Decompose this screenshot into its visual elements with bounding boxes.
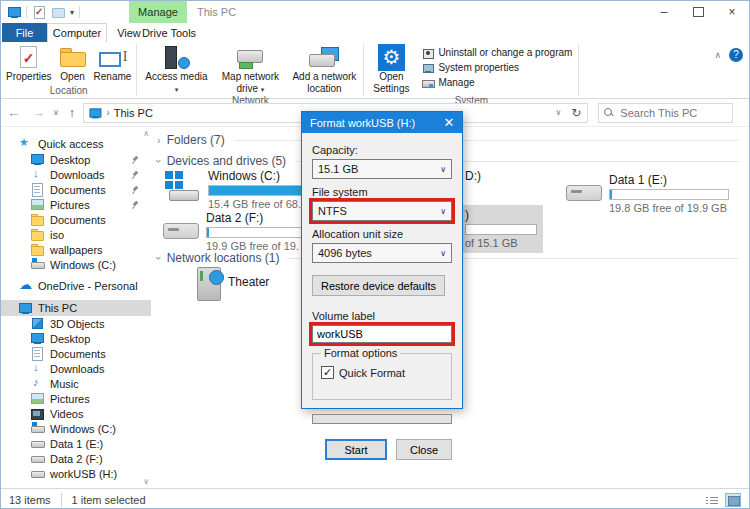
ribbon-button[interactable]: Map network drive ▾ [213,43,287,95]
item-label: 3D Objects [50,318,104,330]
sidebar-item-quick-access[interactable]: Quick access [1,136,151,152]
item-icon [31,347,44,360]
up-button[interactable]: ↑ [61,105,84,120]
sidebar-item[interactable]: Desktop [1,152,151,167]
sidebar-item[interactable]: Documents [1,212,151,227]
ribbon-button-icon [309,44,339,71]
search-box[interactable] [598,103,733,123]
drive-tile-workusb-selected[interactable]: ) of 15.1 GB [459,205,543,253]
sidebar-item[interactable]: Windows (C:) [1,257,151,272]
large-icons-view-icon[interactable] [725,493,741,507]
drive-icon [566,185,602,201]
customize-toolbar-dropdown-icon[interactable]: ▾ [70,8,74,17]
close-button[interactable]: Close [396,439,452,460]
ribbon-menu-item[interactable]: Manage [422,76,572,89]
sidebar-item[interactable]: Documents [1,346,151,361]
scroll-up-icon[interactable]: ∧ [143,129,149,138]
back-button[interactable]: ← [1,105,26,120]
ribbon-button-icon [97,44,127,71]
ribbon-menu-item[interactable]: Uninstall or change a program [422,46,572,59]
ribbon-item-icon [422,47,434,59]
item-label: workUSB (H:) [50,468,117,480]
checkbox-checked-icon[interactable]: ✓ [321,366,334,379]
drive-tile-data2-f[interactable]: Data 2 (F:) 19.9 GB free of 19. [163,211,301,252]
network-location-tile-theater[interactable]: Theater [197,267,269,301]
new-folder-icon[interactable] [51,5,65,19]
tab-file[interactable]: File [2,23,47,42]
chevron-right-icon[interactable]: › [157,134,161,146]
chevron-down-icon[interactable]: › [153,159,165,163]
breadcrumb-item[interactable]: This PC [114,107,153,119]
item-label: Windows (C:) [50,423,116,435]
sidebar-item[interactable]: Data 2 (F:) [1,451,151,466]
restore-defaults-button[interactable]: Restore device defaults [312,275,445,296]
ribbon-button[interactable]: Rename [91,43,135,84]
format-dialog: Format workUSB (H:) ✕ Capacity: 15.1 GB … [301,111,463,409]
drive-icon [163,223,199,239]
details-view-icon[interactable] [703,493,719,507]
sidebar-item[interactable]: 3D Objects [1,316,151,331]
forward-button[interactable]: → [26,105,51,120]
filesystem-select[interactable]: NTFS ∨ [312,201,452,221]
sidebar-item[interactable]: Downloads [1,167,151,182]
address-dropdown-icon[interactable]: ∨ [553,108,563,117]
sidebar-item[interactable]: Pictures [1,391,151,406]
maximize-button[interactable] [681,1,715,23]
sidebar-item[interactable]: Videos [1,406,151,421]
sidebar-item[interactable]: Music [1,376,151,391]
sidebar-item[interactable]: Downloads [1,361,151,376]
item-label: Downloads [50,363,104,375]
ribbon-button[interactable]: Add a network location [287,43,361,95]
manage-contextual-tab[interactable]: Manage [129,1,187,23]
filesystem-label: File system [312,186,452,198]
search-input[interactable] [618,106,727,120]
drive-tile-data1-e[interactable]: Data 1 (E:) 19.8 GB free of 19.9 GB [566,173,739,214]
breadcrumb-chevron-icon: › [106,107,109,118]
sidebar-item[interactable]: workUSB (H:) [1,466,151,481]
start-button[interactable]: Start [325,439,387,460]
sidebar-item[interactable]: Desktop [1,331,151,346]
item-icon [31,153,44,166]
sidebar-item[interactable]: wallpapers [1,242,151,257]
sidebar-item[interactable]: Documents [1,182,151,197]
capacity-select[interactable]: 15.1 GB ∨ [312,159,452,179]
tab-drive-tools[interactable]: Drive Tools [141,23,197,42]
ribbon-button-label: Open [60,71,84,83]
minimize-button[interactable]: – [647,1,681,23]
drive-detail: 15.4 GB free of 68. [208,198,301,210]
ribbon-button[interactable]: Open [55,43,91,84]
scroll-down-icon[interactable]: ∨ [143,477,149,486]
refresh-icon[interactable]: ↻ [571,106,581,120]
allocation-unit-select[interactable]: 4096 bytes ∨ [312,243,452,263]
status-bar: 13 items 1 item selected [1,488,749,509]
dialog-title: Format workUSB (H:) [310,117,415,129]
drive-name-fragment-d[interactable]: D:) [465,169,481,183]
dialog-titlebar: Format workUSB (H:) ✕ [302,112,462,133]
filesystem-value: NTFS [318,205,347,217]
ribbon-menu-item[interactable]: System properties [422,61,572,74]
sidebar-item[interactable]: Pictures [1,197,151,212]
sidebar-item[interactable]: Data 1 (E:) [1,436,151,451]
sidebar-item[interactable]: Windows (C:) [1,421,151,436]
properties-icon[interactable] [32,5,46,19]
sidebar-item-onedrive[interactable]: OneDrive - Personal [1,278,151,294]
item-label: Documents [50,214,106,226]
sidebar-item-this-pc[interactable]: This PC [1,300,151,316]
drive-tile-windows-c[interactable]: Windows (C:) 15.4 GB free of 68. [163,169,301,210]
open-settings-button[interactable]: Open Settings [366,43,416,95]
items-count: 13 items [1,494,51,506]
ribbon-button[interactable]: Properties [3,43,55,84]
volume-label-input[interactable] [312,325,452,343]
ribbon-button-label: Map network drive ▾ [216,71,284,94]
chevron-down-icon[interactable]: › [153,256,165,260]
quick-format-option[interactable]: ✓ Quick Format [321,366,443,379]
ribbon-item-label: Uninstall or change a program [438,47,572,58]
recent-locations-dropdown-icon[interactable]: ∨ [51,108,61,117]
sidebar-item[interactable]: iso [1,227,151,242]
pin-icon [131,171,139,179]
close-button[interactable]: × [715,1,749,23]
tab-computer[interactable]: Computer [47,23,107,42]
ribbon-button[interactable]: Access media ▾ [139,43,213,95]
dialog-close-icon[interactable]: ✕ [436,115,462,130]
ribbon-button-label: Rename [94,71,132,83]
